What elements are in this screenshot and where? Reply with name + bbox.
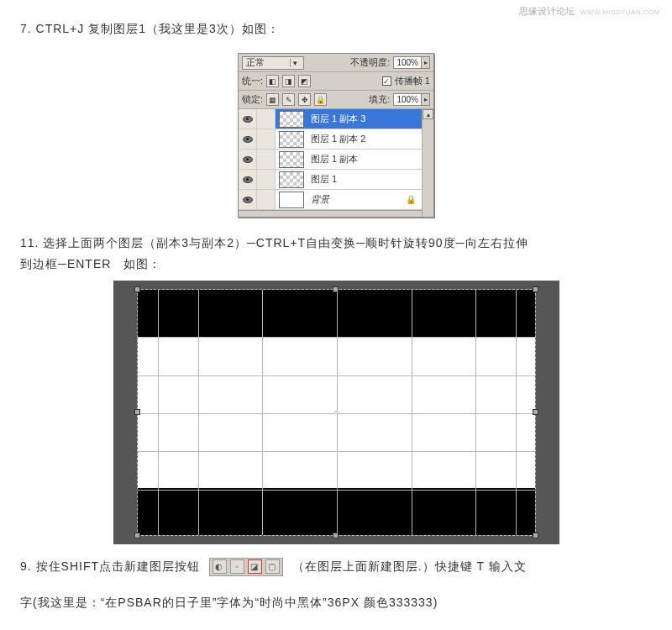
opacity-value: 100% [394,58,421,67]
transform-handle[interactable] [134,533,140,538]
eye-icon [243,176,253,183]
layer-thumbnail[interactable] [279,192,304,208]
chevron-down-icon: ▾ [290,59,300,67]
transform-handle[interactable] [533,286,538,292]
watermark: 思缘设计论坛 WWW.MISSYUAN.COM [519,5,660,18]
tb-icon-4[interactable]: ▢ [265,559,280,574]
tb-icon-2[interactable]: ▫ [230,559,244,574]
visibility-toggle[interactable] [239,150,257,169]
layers-panel-row-lock: 锁定: ▦ ✎ ✥ 🔒 填充: 100% ▸ [239,91,433,109]
step-11-text-a: 11. 选择上面两个图层（副本3与副本2）─CTRL+T自由变换─顺时针旋转90… [0,233,672,254]
scrollbar[interactable]: ▴ [422,109,433,217]
layer-thumbnail[interactable] [279,131,304,148]
watermark-text: 思缘设计论坛 [519,6,575,16]
layer-thumbnail[interactable] [279,111,304,128]
link-cell[interactable] [257,129,276,149]
eye-icon [243,116,253,123]
opacity-label: 不透明度: [350,56,390,69]
layer-thumbnail[interactable] [279,171,304,188]
step-9-text-c: 字(我这里是：“在PSBAR的日子里”字体为“时尚中黑体”36PX 颜色3333… [0,592,672,613]
link-cell[interactable] [257,170,276,189]
layer-item[interactable]: 图层 1 [239,170,422,190]
fill-label: 填充: [369,93,390,106]
eye-icon [243,156,253,163]
layer-list-area: 图层 1 副本 3 图层 1 副本 2 图层 1 副本 [239,109,433,217]
layer-list: 图层 1 副本 3 图层 1 副本 2 图层 1 副本 [239,109,422,210]
layer-name: 背景 [307,193,329,206]
layer-item[interactable]: 图层 1 副本 2 [239,129,422,150]
transform-handle[interactable] [134,286,140,292]
visibility-toggle[interactable] [239,129,257,149]
eye-icon [243,197,253,203]
visibility-toggle[interactable] [239,190,257,209]
transform-bounding-box[interactable]: ✦ [137,289,536,536]
unify-icon-2[interactable]: ◨ [282,75,295,87]
unify-icon-3[interactable]: ◩ [298,75,311,87]
step-7-text: 7. CTRL+J 复制图层1（我这里是3次）如图： [0,18,672,39]
transform-pivot-icon[interactable]: ✦ [331,407,341,417]
propagate-label: 传播帧 1 [395,75,430,87]
visibility-toggle[interactable] [239,170,257,189]
scroll-up-icon[interactable]: ▴ [423,109,433,119]
fill-input[interactable]: 100% ▸ [393,93,430,106]
step-9-text-b: （在图层上面新建图层.）快捷键 T 输入文 [292,559,527,573]
blend-mode-dropdown[interactable]: 正常 ▾ [242,56,304,70]
fill-step-icon[interactable]: ▸ [421,94,429,105]
propagate-checkbox[interactable]: ✓ [382,76,391,86]
layer-item-background[interactable]: 背景 🔒 [239,190,422,210]
layer-name: 图层 1 [307,173,337,186]
transform-handle[interactable] [134,409,140,415]
lock-icon: 🔒 [403,195,418,204]
layer-thumbnail[interactable] [279,151,304,168]
step-11-text-b: 到边框─ENTER 如图： [0,254,672,275]
layer-name: 图层 1 副本 3 [307,113,365,125]
lock-position-icon[interactable]: ✥ [298,93,311,106]
layers-panel-row-unify: 统一: ◧ ◨ ◩ ✓ 传播帧 1 [239,72,433,91]
transform-handle[interactable] [533,533,538,538]
transform-figure: ✦ [113,281,559,544]
layers-panel-footer [239,210,422,217]
layers-panel-row-blend: 正常 ▾ 不透明度: 100% ▸ [239,54,433,72]
step-9-text-a: 9. 按住SHIFT点击新建图层按钮 [20,559,200,573]
layer-item[interactable]: 图层 1 副本 3 [239,109,422,129]
lock-transparency-icon[interactable]: ▦ [266,93,279,106]
link-cell[interactable] [257,150,276,169]
layer-name: 图层 1 副本 [307,153,358,165]
layer-item[interactable]: 图层 1 副本 [239,150,422,170]
link-cell[interactable] [257,109,276,129]
fill-value: 100% [394,95,421,104]
new-layer-button[interactable]: ◪ [248,559,262,574]
step-9-line-1: 9. 按住SHIFT点击新建图层按钮 ◐ ▫ ◪ ▢ （在图层上面新建图层.）快… [0,556,672,577]
lock-pixels-icon[interactable]: ✎ [282,93,295,106]
layers-panel: 正常 ▾ 不透明度: 100% ▸ 统一: ◧ ◨ ◩ ✓ 传播帧 1 锁定: … [238,53,434,218]
transform-handle[interactable] [533,409,538,415]
eye-icon [243,136,253,143]
watermark-url: WWW.MISSYUAN.COM [580,8,660,16]
visibility-toggle[interactable] [239,109,257,129]
blend-mode-value: 正常 [246,56,265,69]
lock-all-icon[interactable]: 🔒 [314,93,327,106]
layer-toolbar-snippet: ◐ ▫ ◪ ▢ [209,558,283,576]
unify-icon-1[interactable]: ◧ [266,75,279,87]
link-cell[interactable] [257,190,276,209]
transform-handle[interactable] [333,533,339,538]
opacity-step-icon[interactable]: ▸ [421,57,429,68]
transform-handle[interactable] [333,286,339,292]
lock-label: 锁定: [242,93,263,106]
opacity-input[interactable]: 100% ▸ [393,56,430,69]
tb-icon-1[interactable]: ◐ [213,559,227,574]
unify-label: 统一: [242,75,263,87]
layer-name: 图层 1 副本 2 [307,133,365,145]
